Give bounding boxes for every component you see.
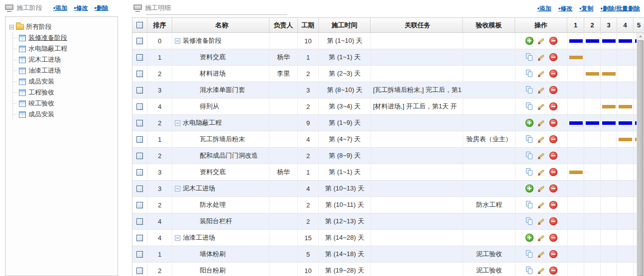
collapse-icon[interactable]	[175, 38, 180, 44]
collapse-icon[interactable]	[175, 235, 180, 241]
copy-icon[interactable]	[525, 250, 533, 258]
copy-icon[interactable]	[525, 135, 533, 143]
sidebar-tree-item[interactable]: 水电隐蔽工程	[17, 43, 116, 54]
row-actions	[515, 213, 568, 229]
phase-action-link-1[interactable]: •修改	[74, 4, 88, 12]
gantt-bar-segment	[569, 121, 583, 125]
scrollbar-thumb[interactable]	[638, 40, 644, 276]
add-icon[interactable]	[525, 119, 533, 127]
row-checkbox[interactable]	[136, 136, 143, 143]
add-icon[interactable]	[525, 234, 533, 242]
copy-icon[interactable]	[525, 152, 533, 160]
row-checkbox[interactable]	[136, 87, 143, 93]
col-sort: 排序	[147, 18, 172, 32]
select-all-checkbox[interactable]	[136, 22, 143, 28]
edit-icon[interactable]	[537, 70, 545, 78]
col-owner: 负责人	[269, 18, 298, 32]
delete-icon[interactable]	[549, 267, 557, 275]
copy-icon[interactable]	[525, 217, 533, 225]
add-icon[interactable]	[525, 184, 533, 192]
edit-icon[interactable]	[537, 184, 545, 192]
edit-icon[interactable]	[537, 53, 545, 61]
delete-icon[interactable]	[549, 250, 557, 258]
gantt-day-header-1: 1	[567, 18, 584, 32]
row-checkbox[interactable]	[136, 235, 143, 241]
sidebar-tree-item[interactable]: 成品安装	[17, 76, 116, 87]
copy-icon[interactable]	[525, 86, 533, 94]
gantt-cell	[584, 230, 601, 246]
edit-icon[interactable]	[537, 102, 545, 110]
detail-action-link-0[interactable]: •添加	[537, 4, 551, 13]
row-checkbox[interactable]	[136, 268, 143, 274]
detail-action-link-1[interactable]: •修改	[558, 4, 572, 13]
delete-icon[interactable]	[549, 119, 557, 127]
row-template-name	[463, 230, 515, 246]
row-checkbox[interactable]	[136, 169, 143, 176]
sidebar-tree-item[interactable]: 泥木工进场	[17, 54, 116, 65]
row-name: 装阳台栏杆	[175, 217, 232, 226]
table-row: 1 资料交底 杨华 1 第 (1~1) 天	[132, 49, 644, 66]
copy-icon[interactable]	[525, 201, 533, 209]
edit-icon[interactable]	[537, 250, 545, 258]
delete-icon[interactable]	[549, 152, 557, 160]
delete-icon[interactable]	[549, 234, 557, 242]
edit-icon[interactable]	[537, 86, 545, 94]
row-checkbox[interactable]	[136, 38, 143, 44]
scroll-up-icon[interactable]	[637, 33, 644, 40]
delete-icon[interactable]	[549, 135, 557, 143]
row-checkbox[interactable]	[136, 71, 143, 77]
sidebar-tree-item[interactable]: 工程验收	[17, 87, 116, 98]
collapse-icon[interactable]	[9, 25, 14, 29]
row-checkbox[interactable]	[136, 185, 143, 192]
phase-action-link-2[interactable]: •删除	[94, 4, 108, 12]
edit-icon[interactable]	[537, 217, 545, 225]
copy-icon[interactable]	[525, 168, 533, 176]
sidebar-tree-item[interactable]: 装修准备阶段	[17, 32, 116, 43]
row-task	[371, 246, 463, 262]
gantt-row	[568, 246, 644, 262]
sidebar-tree-item[interactable]: 油漆工进场	[17, 65, 116, 76]
delete-icon[interactable]	[549, 37, 557, 45]
delete-icon[interactable]	[549, 184, 557, 192]
edit-icon[interactable]	[537, 152, 545, 160]
row-checkbox[interactable]	[136, 54, 143, 61]
row-name-cell: 装阳台栏杆	[172, 213, 269, 229]
edit-icon[interactable]	[537, 135, 545, 143]
copy-icon[interactable]	[525, 102, 533, 110]
row-template-name: 验房表（业主）	[463, 131, 515, 147]
row-checkbox[interactable]	[136, 103, 143, 110]
detail-action-link-3[interactable]: •删除/批量删除	[600, 4, 640, 13]
edit-icon[interactable]	[537, 37, 545, 45]
edit-icon[interactable]	[537, 168, 545, 176]
copy-icon[interactable]	[525, 53, 533, 61]
copy-icon[interactable]	[525, 70, 533, 78]
row-checkbox[interactable]	[136, 120, 143, 126]
row-actions	[515, 82, 568, 98]
row-checkbox[interactable]	[136, 218, 143, 225]
sidebar-tree-item[interactable]: 竣工验收	[17, 98, 116, 109]
delete-icon[interactable]	[549, 168, 557, 176]
vertical-scrollbar[interactable]	[637, 33, 644, 276]
edit-icon[interactable]	[537, 267, 545, 275]
detail-action-link-2[interactable]: •复制	[579, 4, 593, 13]
row-checkbox[interactable]	[136, 202, 143, 208]
tree-root[interactable]: 所有阶段	[9, 21, 116, 32]
edit-icon[interactable]	[537, 234, 545, 242]
row-checkbox[interactable]	[136, 251, 143, 258]
delete-icon[interactable]	[549, 201, 557, 209]
delete-icon[interactable]	[549, 70, 557, 78]
edit-icon[interactable]	[537, 119, 545, 127]
collapse-icon[interactable]	[175, 120, 180, 126]
gantt-cell	[617, 263, 634, 276]
sidebar-tree-item[interactable]: 成品安装	[17, 109, 116, 120]
delete-icon[interactable]	[549, 102, 557, 110]
edit-icon[interactable]	[537, 201, 545, 209]
phase-action-link-0[interactable]: •添加	[53, 4, 67, 12]
add-icon[interactable]	[525, 37, 533, 45]
row-checkbox[interactable]	[136, 153, 143, 159]
collapse-icon[interactable]	[175, 186, 180, 191]
delete-icon[interactable]	[549, 53, 557, 61]
delete-icon[interactable]	[549, 217, 557, 225]
delete-icon[interactable]	[549, 86, 557, 94]
copy-icon[interactable]	[525, 267, 533, 275]
